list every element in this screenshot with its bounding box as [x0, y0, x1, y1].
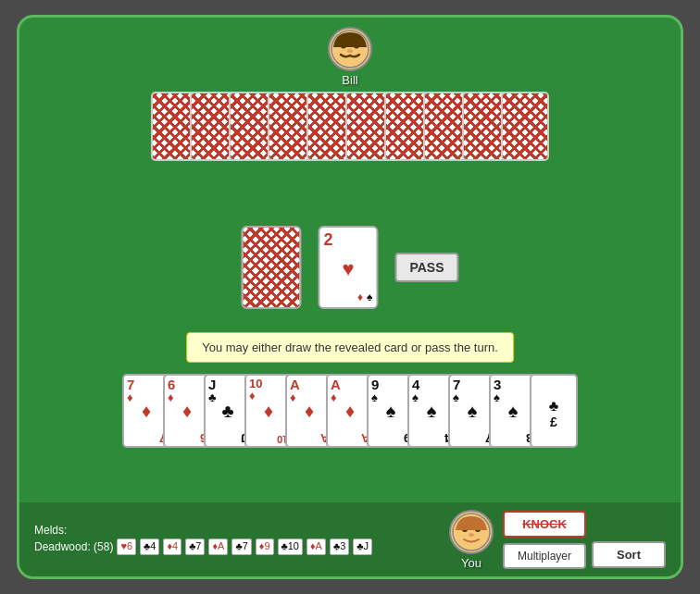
svg-point-3 [347, 49, 353, 53]
dw-card-7: ♦9 [256, 538, 274, 554]
you-area: You [449, 510, 494, 570]
bill-cards [151, 92, 549, 161]
dw-card-10: ♣3 [330, 538, 349, 554]
game-container: Bill 2 ♥ ♦ ♠ PASS You may either draw th… [17, 15, 683, 579]
deadwood-line: Deadwood: (58) ♥6 ♣4 ♦4 ♣7 ♦A ♣7 ♦9 ♣10 … [34, 538, 440, 554]
melds-label: Melds: [34, 524, 440, 537]
knock-button[interactable]: KNOCK [503, 511, 586, 538]
dw-card-3: ♦4 [163, 538, 181, 554]
dw-card-4: ♣7 [185, 538, 205, 554]
bill-name: Bill [342, 73, 357, 87]
action-buttons: KNOCK Multiplayer [503, 511, 586, 569]
dw-card-9: ♦A [306, 538, 326, 554]
dw-card-1: ♥6 [117, 538, 136, 554]
discard-suit-bottom2: ♠ [367, 291, 372, 303]
svg-point-7 [469, 533, 474, 537]
sort-button-wrap: Sort [592, 512, 666, 568]
dw-card-5: ♦A [208, 538, 228, 554]
deadwood-label: Deadwood: (58) [34, 540, 113, 553]
dw-card-2: ♣4 [140, 538, 159, 554]
multiplayer-button[interactable]: Multiplayer [503, 543, 586, 569]
dw-card-11: ♣J [353, 538, 372, 554]
deadwood-area: Melds: Deadwood: (58) ♥6 ♣4 ♦4 ♣7 ♦A ♣7 … [34, 524, 440, 554]
message-box: You may either draw the revealed card or… [186, 332, 514, 363]
bill-card-10[interactable] [501, 92, 549, 161]
draw-pile[interactable] [241, 226, 301, 309]
sort-button[interactable]: Sort [592, 541, 666, 568]
you-name: You [461, 556, 481, 570]
bill-avatar [328, 27, 372, 71]
player-hand: 7 ♦ ♦ 7 6 ♦ ♦ 6 J ♣ ♣ J 10 ♦ ♦ 10 A ♦ [122, 374, 578, 448]
hand-card-11[interactable]: ♣ £ [530, 374, 578, 448]
dw-card-8: ♣10 [278, 538, 303, 554]
discard-rank-top: 2 [323, 231, 332, 248]
bottom-bar: Melds: Deadwood: (58) ♥6 ♣4 ♦4 ♣7 ♦A ♣7 … [19, 502, 681, 576]
center-area: 2 ♥ ♦ ♠ PASS [241, 226, 458, 309]
dw-card-6: ♣7 [231, 538, 251, 554]
discard-card[interactable]: 2 ♥ ♦ ♠ [318, 226, 378, 309]
bill-area: Bill [328, 27, 372, 87]
discard-suit-mid: ♥ [342, 257, 354, 281]
pass-button[interactable]: PASS [394, 253, 458, 282]
you-avatar [449, 510, 494, 554]
discard-suit-bottom1: ♦ [357, 291, 363, 303]
